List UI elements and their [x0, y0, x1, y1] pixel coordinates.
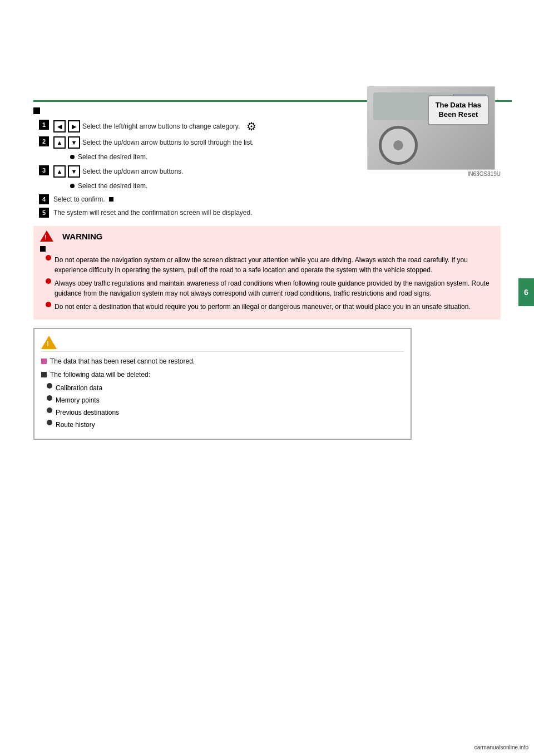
down-arrow-btn-2[interactable]: ▼: [68, 136, 80, 149]
footer-logo: carmanualsonline.info: [474, 744, 528, 750]
caution-item-1: Calibration data: [41, 383, 404, 393]
warning-bullet-3: [46, 302, 51, 307]
warning-section-sq: [40, 246, 46, 252]
caution-box: The data that has been reset cannot be r…: [33, 328, 412, 440]
caution-section-sq-pink: [41, 359, 47, 364]
warning-bullet-2: [46, 278, 51, 284]
step-3-content: ▲ ▼ Select the up/down arrow buttons.: [53, 165, 356, 178]
step-1-content: ◀ ▶ Select the left/right arrow buttons …: [53, 120, 356, 133]
reset-text-line2: Been Reset: [438, 110, 478, 119]
step-3-sub-text: Select the desired item.: [78, 181, 147, 191]
step-1: 1 ◀ ▶ Select the left/right arrow button…: [33, 120, 356, 133]
caution-text-4: Route history: [56, 420, 95, 430]
warning-item-1: Do not operate the navigation system or …: [40, 255, 494, 275]
warning-text-2: Always obey traffic regulations and main…: [55, 278, 494, 298]
step-3-text: Select the up/down arrow buttons.: [82, 166, 183, 176]
warning-text-1: Do not operate the navigation system or …: [55, 255, 494, 275]
step-3-badge: 3: [39, 165, 49, 175]
step-2-text: Select the up/down arrow buttons to scro…: [82, 138, 254, 148]
step-3-sub: Select the desired item.: [33, 181, 356, 191]
caution-item-2: Memory points: [41, 395, 404, 405]
caution-bullet-3: [47, 408, 52, 413]
warning-triangle-icon: [40, 230, 53, 242]
caution-bullet-1: [47, 383, 52, 389]
caution-section-sq-dark: [41, 372, 47, 377]
reset-image-area: The Data Has Been Reset IN63GS319U: [367, 86, 501, 177]
caution-section-2-header: The following data will be deleted:: [41, 370, 404, 380]
step-2-badge: 2: [39, 136, 49, 146]
step-3: 3 ▲ ▼ Select the up/down arrow buttons.: [33, 165, 356, 178]
caution-triangle-icon: [41, 336, 57, 349]
warning-item-2: Always obey traffic regulations and main…: [40, 278, 494, 298]
caution-text-3: Previous destinations: [56, 408, 119, 418]
step-3-bullet: [70, 184, 75, 188]
image-caption: IN63GS319U: [367, 171, 501, 177]
step-1-badge: 1: [39, 120, 49, 130]
step-5: 5 The system will reset and the confirma…: [33, 208, 501, 218]
warning-title: WARNING: [62, 232, 103, 241]
caution-item-4: Route history: [41, 420, 404, 430]
step-1-text: Select the left/right arrow buttons to c…: [82, 121, 240, 131]
caution-bullet-4: [47, 420, 52, 425]
reset-message-box: The Data Has Been Reset: [428, 95, 489, 125]
steering-wheel-shape: [379, 126, 418, 165]
main-content: The Data Has Been Reset IN63GS319U 1 ◀ ▶…: [0, 107, 534, 448]
step-4-square: [109, 197, 113, 202]
caution-header: [41, 336, 404, 352]
step-4-text: Select to confirm.: [53, 194, 105, 204]
down-arrow-btn-3[interactable]: ▼: [68, 165, 80, 178]
step-5-content: The system will reset and the confirmati…: [53, 208, 501, 218]
step-4-content: Select to confirm.: [53, 194, 501, 204]
caution-text-2: Memory points: [56, 395, 100, 405]
gear-icon: ⚙: [246, 120, 256, 133]
right-arrow-btn[interactable]: ▶: [68, 120, 80, 132]
step-4: 4 Select to confirm.: [33, 194, 501, 204]
up-arrow-btn-3[interactable]: ▲: [53, 165, 66, 178]
warning-header: WARNING: [40, 230, 494, 242]
step-2-content: ▲ ▼ Select the up/down arrow buttons to …: [53, 136, 356, 149]
caution-section-1-text: The data that has been reset cannot be r…: [50, 356, 195, 366]
caution-bullet-2: [47, 395, 52, 401]
caution-section-2-label: The following data will be deleted:: [50, 370, 150, 380]
warning-box: WARNING Do not operate the navigation sy…: [33, 226, 501, 320]
caution-text-1: Calibration data: [56, 383, 102, 393]
chapter-number: 6: [524, 288, 528, 297]
warning-item-3: Do not enter a destination that would re…: [40, 302, 494, 312]
car-illustration: The Data Has Been Reset: [367, 86, 495, 170]
warning-text-3: Do not enter a destination that would re…: [55, 302, 471, 312]
reset-text-line1: The Data Has: [436, 101, 481, 109]
warning-section-header: [40, 246, 494, 252]
step-4-badge: 4: [39, 194, 49, 204]
section-marker: [33, 107, 40, 114]
left-arrow-btn[interactable]: ◀: [53, 120, 66, 132]
car-interior-bg: The Data Has Been Reset: [368, 87, 495, 169]
step-5-badge: 5: [39, 208, 49, 218]
step-2-bullet: [70, 155, 75, 159]
step-5-text: The system will reset and the confirmati…: [53, 208, 253, 218]
chapter-tab: 6: [518, 278, 534, 306]
step-2-sub-text: Select the desired item.: [78, 152, 147, 162]
up-arrow-btn-2[interactable]: ▲: [53, 136, 66, 149]
step-2-sub: Select the desired item.: [33, 152, 356, 162]
page-container: The Data Has Been Reset IN63GS319U 1 ◀ ▶…: [0, 0, 534, 756]
website-text: carmanualsonline.info: [474, 744, 528, 750]
step-2: 2 ▲ ▼ Select the up/down arrow buttons t…: [33, 136, 356, 149]
caution-section-1-header: The data that has been reset cannot be r…: [41, 356, 404, 366]
caution-item-3: Previous destinations: [41, 408, 404, 418]
warning-bullet-1: [46, 255, 51, 261]
